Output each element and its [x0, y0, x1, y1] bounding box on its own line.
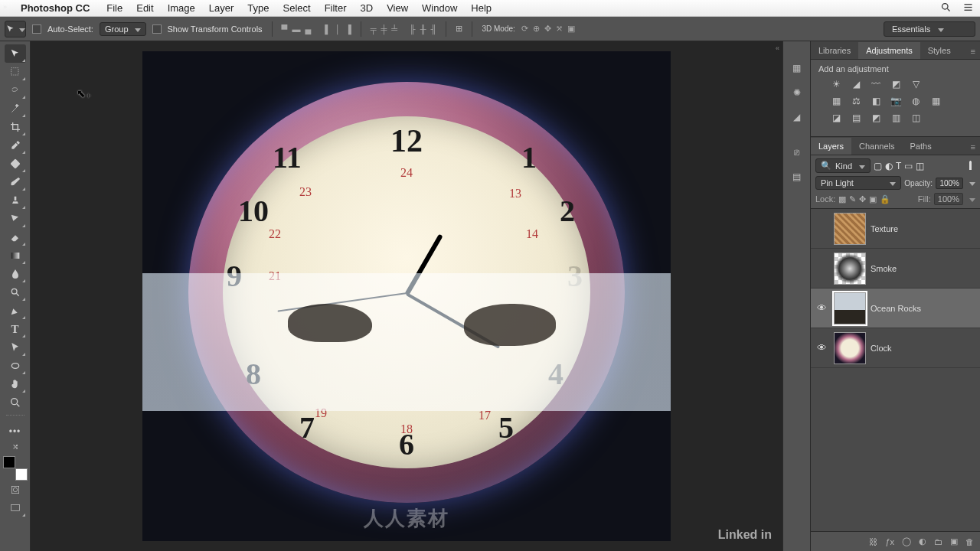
menu-list-icon[interactable] — [962, 2, 974, 15]
properties-panel-icon[interactable]: ✺ — [793, 87, 801, 98]
layer-filter-kind[interactable]: 🔍Kind — [815, 158, 871, 173]
paragraph-panel-icon[interactable]: ▤ — [792, 171, 801, 182]
layer-thumb[interactable] — [834, 292, 866, 324]
quickmask-toggle[interactable] — [5, 481, 26, 499]
lock-pixels-icon[interactable]: ✎ — [849, 194, 856, 204]
lasso-tool[interactable] — [5, 81, 26, 99]
blur-tool[interactable] — [5, 265, 26, 283]
adj-lut-icon[interactable]: ▦ — [929, 95, 942, 107]
menu-view[interactable]: View — [380, 2, 415, 14]
brush-tool[interactable] — [5, 173, 26, 191]
adj-selective-icon[interactable]: ◫ — [909, 112, 923, 124]
menu-layer[interactable]: Layer — [202, 2, 241, 14]
layer-fx-icon[interactable]: ƒx — [885, 537, 894, 546]
menu-filter[interactable]: Filter — [318, 2, 354, 14]
filter-pixel-icon[interactable]: ▢ — [874, 161, 882, 171]
new-layer-icon[interactable]: ▣ — [950, 536, 958, 546]
type-tool[interactable]: T — [5, 320, 26, 338]
character-panel-icon[interactable]: ⎚ — [794, 147, 799, 158]
menu-type[interactable]: Type — [240, 2, 276, 14]
menu-help[interactable]: Help — [464, 2, 498, 14]
swap-colors-icon[interactable]: ⤭ — [5, 441, 26, 452]
adj-bw-icon[interactable]: ◧ — [869, 95, 883, 107]
distribute-icons[interactable]: ╤╪╧╟╫╢ — [371, 24, 437, 34]
adj-levels-icon[interactable]: ◢ — [849, 78, 863, 90]
lock-all-icon[interactable]: 🔒 — [880, 194, 890, 204]
layer-row[interactable]: 👁 Clock — [811, 328, 980, 368]
adj-photo-filter-icon[interactable]: 📷 — [889, 95, 903, 107]
layer-mask-icon[interactable]: ◯ — [902, 536, 911, 546]
fill-value[interactable]: 100% — [934, 193, 963, 205]
dodge-tool[interactable] — [5, 283, 26, 302]
layer-thumb[interactable] — [834, 253, 866, 285]
adj-posterize-icon[interactable]: ▤ — [849, 112, 863, 124]
foreground-background-colors[interactable] — [3, 456, 28, 481]
opacity-value[interactable]: 100% — [936, 178, 963, 189]
tab-adjustments[interactable]: Adjustments — [858, 42, 920, 59]
new-fill-icon[interactable]: ◐ — [919, 536, 926, 546]
menu-3d[interactable]: 3D — [354, 2, 381, 14]
history-brush-tool[interactable] — [5, 210, 26, 228]
layers-menu-icon[interactable]: ≡ — [966, 139, 980, 155]
filter-adjust-icon[interactable]: ◐ — [885, 161, 893, 171]
layer-name[interactable]: Clock — [871, 344, 892, 353]
layer-name[interactable]: Texture — [871, 224, 898, 233]
zoom-tool[interactable] — [5, 393, 26, 412]
crop-tool[interactable] — [5, 118, 26, 136]
histogram-panel-icon[interactable]: ◢ — [793, 112, 800, 122]
eyedropper-tool[interactable] — [5, 136, 26, 155]
layer-thumb[interactable] — [834, 213, 866, 245]
active-tool-icon[interactable] — [5, 21, 26, 37]
link-layers-icon[interactable]: ⛓ — [869, 537, 877, 546]
auto-select-mode[interactable]: Group — [100, 22, 146, 36]
layer-name[interactable]: Smoke — [871, 264, 897, 273]
layer-row[interactable]: Smoke — [811, 249, 980, 289]
tab-styles[interactable]: Styles — [920, 42, 959, 59]
delete-layer-icon[interactable]: 🗑 — [965, 537, 974, 546]
edit-toolbar[interactable]: ••• — [5, 422, 26, 441]
eraser-tool[interactable] — [5, 228, 26, 246]
layer-row[interactable]: Texture — [811, 209, 980, 249]
visibility-toggle[interactable]: 👁 — [814, 342, 829, 354]
adj-vibrance-icon[interactable]: ▽ — [909, 78, 923, 90]
show-transform-checkbox[interactable] — [152, 24, 162, 34]
tab-paths[interactable]: Paths — [903, 138, 939, 155]
shape-tool[interactable] — [5, 357, 26, 375]
new-group-icon[interactable]: 🗀 — [934, 537, 942, 546]
adj-invert-icon[interactable]: ◪ — [829, 112, 843, 124]
tab-libraries[interactable]: Libraries — [811, 42, 858, 59]
adj-mixer-icon[interactable]: ◍ — [909, 95, 923, 107]
adj-threshold-icon[interactable]: ◩ — [869, 112, 883, 124]
lock-artboard-icon[interactable]: ▣ — [869, 194, 877, 204]
marquee-tool[interactable] — [5, 63, 26, 81]
canvas-area[interactable]: « 12 1 2 3 4 5 6 7 8 9 10 11 13 14 17 18… — [31, 41, 782, 551]
adj-brightness-icon[interactable]: ☀ — [829, 78, 843, 90]
adj-curves-icon[interactable]: 〰 — [869, 78, 883, 90]
filter-toggle[interactable]: ⏽ — [966, 161, 975, 171]
tab-channels[interactable]: Channels — [851, 138, 902, 155]
filter-smart-icon[interactable]: ◫ — [916, 161, 924, 171]
menu-image[interactable]: Image — [161, 2, 202, 14]
adj-balance-icon[interactable]: ⚖ — [849, 95, 863, 107]
adj-gradmap-icon[interactable]: ▥ — [889, 112, 903, 124]
layer-thumb[interactable] — [834, 332, 866, 364]
filter-type-icon[interactable]: T — [896, 161, 901, 171]
lock-transparency-icon[interactable]: ▩ — [838, 194, 846, 204]
app-name[interactable]: Photoshop CC — [14, 2, 96, 14]
magic-wand-tool[interactable] — [5, 99, 26, 118]
workspace-switcher[interactable]: Essentials — [884, 21, 975, 37]
layer-name[interactable]: Ocean Rocks — [871, 304, 921, 313]
lock-position-icon[interactable]: ✥ — [859, 194, 866, 204]
menu-select[interactable]: Select — [276, 2, 317, 14]
gradient-tool[interactable] — [5, 246, 26, 265]
document-canvas[interactable]: 12 1 2 3 4 5 6 7 8 9 10 11 13 14 17 18 1… — [142, 51, 671, 541]
healing-tool[interactable] — [5, 155, 26, 173]
align-icons[interactable]: ▀▬▄ ▌│▐ — [282, 24, 351, 34]
search-icon[interactable] — [940, 2, 952, 15]
menu-edit[interactable]: Edit — [129, 2, 160, 14]
move-tool[interactable] — [5, 44, 26, 63]
visibility-toggle[interactable]: 👁 — [814, 302, 829, 314]
filter-shape-icon[interactable]: ▭ — [904, 161, 913, 171]
adj-hue-icon[interactable]: ▦ — [829, 95, 843, 107]
pen-tool[interactable] — [5, 302, 26, 320]
